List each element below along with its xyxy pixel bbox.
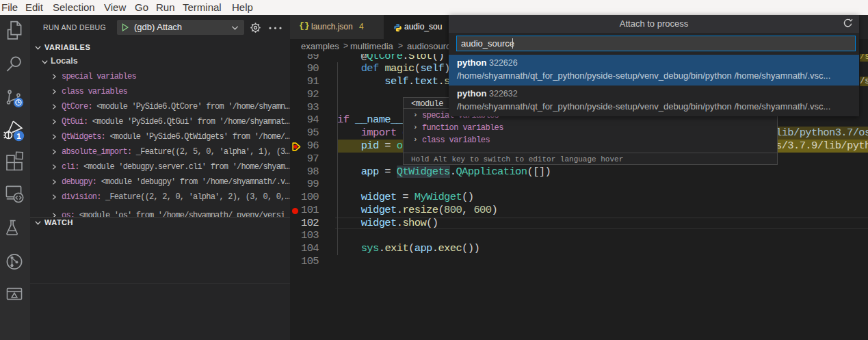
svg-text:1: 1 bbox=[16, 132, 21, 140]
